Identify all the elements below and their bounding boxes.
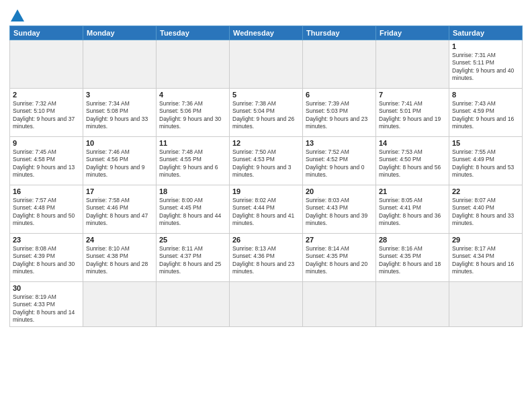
calendar-cell [376,282,449,327]
day-info: Sunrise: 7:58 AMSunset: 4:46 PMDaylight:… [86,197,153,228]
calendar-cell: 20Sunrise: 8:03 AMSunset: 4:43 PMDayligh… [303,185,376,234]
day-info: Sunrise: 8:10 AMSunset: 4:38 PMDaylight:… [86,245,153,276]
week-row-6: 30Sunrise: 8:19 AMSunset: 4:33 PMDayligh… [10,282,523,327]
day-number: 1 [452,42,519,50]
calendar-cell: 16Sunrise: 7:57 AMSunset: 4:48 PMDayligh… [10,185,83,234]
day-info: Sunrise: 7:34 AMSunset: 5:08 PMDaylight:… [86,100,153,131]
logo-triangle-icon [11,9,24,21]
logo-area [9,7,24,21]
page: SundayMondayTuesdayWednesdayThursdayFrid… [0,0,532,411]
day-number: 26 [232,236,300,244]
weekday-header-tuesday: Tuesday [157,26,230,40]
day-info: Sunrise: 8:07 AMSunset: 4:40 PMDaylight:… [452,197,519,228]
day-info: Sunrise: 7:41 AMSunset: 5:01 PMDaylight:… [379,100,446,131]
calendar-cell: 30Sunrise: 8:19 AMSunset: 4:33 PMDayligh… [10,282,83,327]
day-number: 28 [379,236,446,244]
day-info: Sunrise: 7:57 AMSunset: 4:48 PMDaylight:… [13,197,80,228]
calendar-cell [230,40,303,89]
day-number: 4 [159,91,226,99]
day-number: 11 [159,139,226,147]
calendar-cell: 6Sunrise: 7:39 AMSunset: 5:03 PMDaylight… [303,89,376,137]
calendar-cell [449,282,523,327]
weekday-header-monday: Monday [83,26,157,40]
weekday-header-row: SundayMondayTuesdayWednesdayThursdayFrid… [10,26,523,40]
calendar-cell: 22Sunrise: 8:07 AMSunset: 4:40 PMDayligh… [449,185,523,234]
day-number: 27 [306,236,373,244]
day-info: Sunrise: 8:05 AMSunset: 4:41 PMDaylight:… [379,197,446,228]
weekday-header-wednesday: Wednesday [230,26,303,40]
day-info: Sunrise: 7:32 AMSunset: 5:10 PMDaylight:… [13,100,80,131]
calendar-cell: 15Sunrise: 7:55 AMSunset: 4:49 PMDayligh… [449,137,523,185]
day-number: 10 [86,139,153,147]
calendar-cell: 5Sunrise: 7:38 AMSunset: 5:04 PMDaylight… [230,89,303,137]
calendar-cell: 12Sunrise: 7:50 AMSunset: 4:53 PMDayligh… [230,137,303,185]
day-info: Sunrise: 7:48 AMSunset: 4:55 PMDaylight:… [159,148,226,179]
day-number: 2 [13,91,80,99]
calendar-cell: 11Sunrise: 7:48 AMSunset: 4:55 PMDayligh… [157,137,230,185]
calendar-cell: 10Sunrise: 7:46 AMSunset: 4:56 PMDayligh… [83,137,157,185]
calendar-cell [376,40,449,89]
weekday-header-friday: Friday [376,26,449,40]
day-info: Sunrise: 8:13 AMSunset: 4:36 PMDaylight:… [232,245,300,276]
calendar-cell: 13Sunrise: 7:52 AMSunset: 4:52 PMDayligh… [303,137,376,185]
day-number: 3 [86,91,153,99]
calendar-cell: 4Sunrise: 7:36 AMSunset: 5:06 PMDaylight… [157,89,230,137]
day-info: Sunrise: 7:31 AMSunset: 5:11 PMDaylight:… [452,52,519,83]
day-info: Sunrise: 7:36 AMSunset: 5:06 PMDaylight:… [159,100,226,131]
calendar-cell: 19Sunrise: 8:02 AMSunset: 4:44 PMDayligh… [230,185,303,234]
calendar-cell: 9Sunrise: 7:45 AMSunset: 4:58 PMDaylight… [10,137,83,185]
calendar-cell: 27Sunrise: 8:14 AMSunset: 4:35 PMDayligh… [303,234,376,282]
week-row-5: 23Sunrise: 8:08 AMSunset: 4:39 PMDayligh… [10,234,523,282]
calendar-cell: 3Sunrise: 7:34 AMSunset: 5:08 PMDaylight… [83,89,157,137]
day-info: Sunrise: 7:46 AMSunset: 4:56 PMDaylight:… [86,148,153,179]
day-info: Sunrise: 7:53 AMSunset: 4:50 PMDaylight:… [379,148,446,179]
calendar-cell: 18Sunrise: 8:00 AMSunset: 4:45 PMDayligh… [157,185,230,234]
day-info: Sunrise: 7:43 AMSunset: 4:59 PMDaylight:… [452,100,519,131]
day-info: Sunrise: 7:39 AMSunset: 5:03 PMDaylight:… [306,100,373,131]
day-number: 29 [452,236,519,244]
calendar-cell: 25Sunrise: 8:11 AMSunset: 4:37 PMDayligh… [157,234,230,282]
day-info: Sunrise: 8:19 AMSunset: 4:33 PMDaylight:… [13,293,80,324]
calendar-cell [10,40,83,89]
calendar-cell: 2Sunrise: 7:32 AMSunset: 5:10 PMDaylight… [10,89,83,137]
calendar: SundayMondayTuesdayWednesdayThursdayFrid… [9,26,523,327]
day-info: Sunrise: 8:02 AMSunset: 4:44 PMDaylight:… [232,197,300,228]
calendar-cell: 17Sunrise: 7:58 AMSunset: 4:46 PMDayligh… [83,185,157,234]
day-number: 19 [232,187,300,195]
logo [9,9,24,21]
day-number: 24 [86,236,153,244]
day-number: 23 [13,236,80,244]
calendar-cell [230,282,303,327]
calendar-cell: 26Sunrise: 8:13 AMSunset: 4:36 PMDayligh… [230,234,303,282]
day-number: 5 [232,91,300,99]
calendar-cell: 1Sunrise: 7:31 AMSunset: 5:11 PMDaylight… [449,40,523,89]
day-number: 22 [452,187,519,195]
day-number: 17 [86,187,153,195]
calendar-cell: 24Sunrise: 8:10 AMSunset: 4:38 PMDayligh… [83,234,157,282]
weekday-header-saturday: Saturday [449,26,523,40]
day-number: 14 [379,139,446,147]
day-info: Sunrise: 8:17 AMSunset: 4:34 PMDaylight:… [452,245,519,276]
day-number: 13 [306,139,373,147]
day-info: Sunrise: 7:45 AMSunset: 4:58 PMDaylight:… [13,148,80,179]
calendar-cell [157,282,230,327]
day-info: Sunrise: 8:00 AMSunset: 4:45 PMDaylight:… [159,197,226,228]
calendar-cell [303,282,376,327]
day-number: 12 [232,139,300,147]
calendar-cell: 8Sunrise: 7:43 AMSunset: 4:59 PMDaylight… [449,89,523,137]
day-info: Sunrise: 8:08 AMSunset: 4:39 PMDaylight:… [13,245,80,276]
day-number: 9 [13,139,80,147]
day-info: Sunrise: 8:11 AMSunset: 4:37 PMDaylight:… [159,245,226,276]
day-number: 30 [13,284,80,292]
calendar-cell: 29Sunrise: 8:17 AMSunset: 4:34 PMDayligh… [449,234,523,282]
day-info: Sunrise: 7:52 AMSunset: 4:52 PMDaylight:… [306,148,373,179]
calendar-cell [303,40,376,89]
week-row-2: 2Sunrise: 7:32 AMSunset: 5:10 PMDaylight… [10,89,523,137]
calendar-cell: 14Sunrise: 7:53 AMSunset: 4:50 PMDayligh… [376,137,449,185]
day-info: Sunrise: 7:55 AMSunset: 4:49 PMDaylight:… [452,148,519,179]
day-number: 18 [159,187,226,195]
calendar-cell: 23Sunrise: 8:08 AMSunset: 4:39 PMDayligh… [10,234,83,282]
calendar-cell: 28Sunrise: 8:16 AMSunset: 4:35 PMDayligh… [376,234,449,282]
day-number: 7 [379,91,446,99]
calendar-cell [157,40,230,89]
